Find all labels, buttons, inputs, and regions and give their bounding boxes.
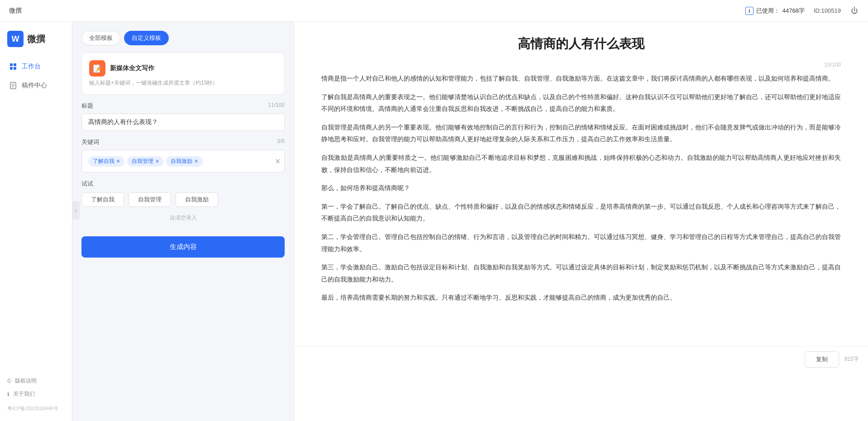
sidebar: W 微撰 工作台 稿件中心 © 版权说明 ℹ	[0, 22, 72, 421]
test-tag-3[interactable]: 自我激励	[176, 192, 218, 207]
title-label: 标题	[81, 102, 93, 110]
word-count: 815字	[844, 355, 859, 363]
sidebar-item-workbench-label: 工作台	[22, 62, 41, 71]
article-paragraph: 第一，学会了解自己。了解自己的优点、缺点、个性特质和偏好，以及自己的情感状态和情…	[321, 201, 841, 225]
keyword-remove-1[interactable]: ×	[116, 158, 120, 164]
article-paragraph: 第三，学会激励自己。激励自己包括设定目标和计划、自我激励和自我奖励等方式。可以通…	[321, 261, 841, 285]
article-header: 高情商的人有什么表现	[294, 22, 868, 62]
tab-all-templates[interactable]: 全部模板	[81, 31, 120, 45]
keywords-count: 3/6	[277, 138, 285, 146]
template-icon: 📝	[89, 60, 105, 77]
workbench-icon	[9, 62, 17, 71]
logo-text: 微撰	[27, 33, 45, 45]
article-paragraph: 第二，学会管理自己。管理自己包括控制自己的情绪、行为和言语，以及管理自己的时间和…	[321, 231, 841, 255]
test-tags: 了解自我 自我管理 自我激励	[81, 192, 285, 207]
usage-info: i 已使用： 44768字	[745, 7, 805, 15]
power-button[interactable]: ⏻	[850, 6, 859, 15]
article-paragraph: 自我管理是高情商人的另一个重要表现。他们能够有效地控制自己的言行和行为，控制自己…	[321, 121, 841, 145]
test-label: 试试	[81, 180, 285, 188]
svg-rect-2	[10, 67, 13, 70]
logo-icon: W	[7, 31, 24, 47]
keyword-text-3: 自我激励	[171, 158, 192, 165]
keyword-text-2: 自我管理	[132, 158, 153, 165]
template-card-header: 📝 新媒体全文写作	[89, 60, 277, 77]
title-input[interactable]	[81, 114, 285, 131]
keyword-tag-3[interactable]: 自我激励 ×	[166, 156, 202, 167]
article-body: 情商是指一个人对自己和他人的感情的认知和管理能力，包括了解自我、自我管理、自我激…	[294, 68, 868, 346]
copyright-label: 版权说明	[15, 377, 37, 385]
user-id: ID:100519	[814, 7, 841, 14]
main-layout: W 微撰 工作台 稿件中心 © 版权说明 ℹ	[0, 22, 868, 421]
sidebar-nav: 工作台 稿件中心	[0, 58, 72, 94]
article-paragraph: 情商是指一个人对自己和他人的感情的认知和管理能力，包括了解自我、自我管理、自我激…	[321, 72, 841, 85]
article-paragraph: 了解自我是高情商人的重要表现之一。他们能够清楚地认识自己的优点和缺点，以及自己的…	[321, 91, 841, 115]
article-paragraph: 最后，培养高情商需要长期的努力和实践。只有通过不断地学习、反思和实践，才能够提高…	[321, 292, 841, 304]
topbar-right: i 已使用： 44768字 ID:100519 ⏻	[745, 6, 859, 15]
sidebar-footer: © 版权说明 ℹ 关于我们	[0, 370, 72, 405]
test-tag-1[interactable]: 了解自我	[81, 192, 124, 207]
svg-rect-3	[14, 67, 16, 70]
title-count: 11/100	[268, 102, 285, 110]
copyright-icon: ©	[7, 378, 11, 384]
info-icon: i	[745, 7, 754, 15]
keyword-remove-3[interactable]: ×	[194, 158, 198, 164]
copy-button[interactable]: 复制	[805, 351, 839, 368]
keyword-text-1: 了解自我	[93, 158, 114, 165]
generate-button[interactable]: 生成内容	[81, 236, 285, 258]
svg-rect-1	[14, 63, 16, 66]
sidebar-collapse-tab[interactable]: ‹	[72, 201, 80, 220]
keywords-section: 关键词 3/6 了解自我 × 自我管理 × 自我激励 ×	[81, 138, 285, 172]
empty-hint: 自清空录入	[81, 210, 285, 225]
test-section: 试试 了解自我 自我管理 自我激励 自清空录入	[81, 180, 285, 225]
usage-label: 已使用：	[756, 7, 780, 15]
template-tabs: 全部模板 自定义模板	[81, 31, 285, 45]
article-paragraph: 那么，如何培养和提高情商呢？	[321, 182, 841, 194]
left-panel: 全部模板 自定义模板 📝 新媒体全文写作 输入标题+关键词，一键准确生成所需文章…	[72, 22, 294, 421]
sidebar-item-drafts-label: 稿件中心	[22, 81, 47, 90]
test-tag-2[interactable]: 自我管理	[129, 192, 171, 207]
topbar: 微撰 i 已使用： 44768字 ID:100519 ⏻	[0, 0, 868, 22]
content-area: 全部模板 自定义模板 📝 新媒体全文写作 输入标题+关键词，一键准确生成所需文章…	[72, 22, 868, 421]
topbar-left: 微撰	[9, 7, 22, 15]
article-page-count: 10/100	[294, 62, 868, 68]
sidebar-item-drafts[interactable]: 稿件中心	[0, 77, 72, 94]
template-title: 新媒体全文写作	[110, 64, 154, 72]
template-desc: 输入标题+关键词，一键准确生成所需文章（约15秒）	[89, 79, 277, 87]
keywords-label-row: 关键词 3/6	[81, 138, 285, 146]
about-item[interactable]: ℹ 关于我们	[7, 390, 65, 398]
keywords-clear-btn[interactable]: ✕	[275, 157, 281, 166]
keyword-remove-2[interactable]: ×	[155, 158, 159, 164]
usage-count: 44768字	[782, 7, 805, 15]
keywords-box[interactable]: 了解自我 × 自我管理 × 自我激励 × ✕	[81, 150, 285, 172]
topbar-app-title: 微撰	[9, 7, 22, 15]
right-panel: 高情商的人有什么表现 10/100 情商是指一个人对自己和他人的感情的认知和管理…	[294, 22, 868, 421]
template-card: 📝 新媒体全文写作 输入标题+关键词，一键准确生成所需文章（约15秒）	[81, 53, 285, 95]
svg-rect-0	[10, 63, 13, 66]
drafts-icon	[9, 81, 17, 90]
sidebar-item-workbench[interactable]: 工作台	[0, 58, 72, 75]
icp-text: 粤ICP备2022016946号	[0, 405, 72, 412]
article-title: 高情商的人有什么表现	[321, 35, 841, 53]
about-label: 关于我们	[13, 390, 35, 398]
sidebar-logo: W 微撰	[0, 31, 72, 58]
title-section: 标题 11/100	[81, 102, 285, 131]
article-paragraph: 自我激励是高情商人的重要特质之一。他们能够激励自己不断地追求目标和梦想，克服困难…	[321, 152, 841, 176]
right-panel-footer: 复制 815字	[294, 346, 868, 372]
about-icon: ℹ	[7, 391, 10, 397]
keyword-tag-1[interactable]: 了解自我 ×	[88, 156, 124, 167]
keyword-tag-2[interactable]: 自我管理 ×	[127, 156, 163, 167]
tab-custom-templates[interactable]: 自定义模板	[124, 31, 169, 45]
copyright-item[interactable]: © 版权说明	[7, 377, 65, 385]
title-label-row: 标题 11/100	[81, 102, 285, 110]
keywords-label: 关键词	[81, 138, 99, 146]
